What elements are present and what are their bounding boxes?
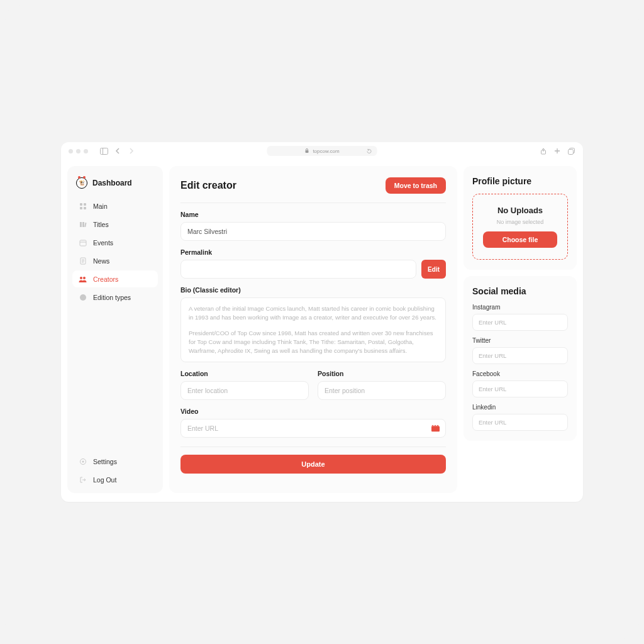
sidebar-item-news[interactable]: News <box>72 252 158 269</box>
bio-paragraph-2: President/COO of Top Cow since 1998, Mat… <box>189 329 438 356</box>
nav-forward-icon[interactable] <box>127 147 136 155</box>
gear-icon <box>79 457 87 465</box>
svg-rect-7 <box>84 203 86 206</box>
sidebar-nav: Main Titles Events News <box>72 197 158 306</box>
share-icon[interactable] <box>539 147 548 155</box>
sidebar-item-label: Edition types <box>93 294 131 301</box>
profile-picture-title: Profile picture <box>472 176 568 186</box>
position-input[interactable] <box>318 381 446 400</box>
sidebar-bottom: Settings Log Out <box>72 453 158 488</box>
name-label: Name <box>180 211 446 218</box>
move-to-trash-button[interactable]: Move to trash <box>386 177 446 194</box>
svg-rect-24 <box>431 426 440 432</box>
svg-rect-11 <box>82 222 84 227</box>
divider <box>180 447 446 447</box>
brand-row: 🐮 Dashboard <box>72 176 158 197</box>
svg-point-23 <box>82 460 84 462</box>
video-input[interactable] <box>180 419 446 438</box>
location-label: Location <box>180 370 309 377</box>
no-uploads-text: No Uploads <box>497 206 543 215</box>
sidebar-item-label: Creators <box>93 275 118 283</box>
svg-rect-10 <box>80 222 82 227</box>
tabs-icon[interactable] <box>567 147 575 155</box>
sidebar-item-label: Main <box>93 203 108 210</box>
svg-point-21 <box>80 294 86 301</box>
grid-icon <box>79 202 87 210</box>
browser-window: topcow.com 🐮 <box>61 142 583 502</box>
instagram-input[interactable] <box>472 314 568 331</box>
bio-editor[interactable]: A veteran of the initial Image Comics la… <box>180 297 446 362</box>
sidebar-item-settings[interactable]: Settings <box>72 453 158 470</box>
svg-point-19 <box>80 277 82 279</box>
permalink-input[interactable] <box>180 260 416 279</box>
facebook-input[interactable] <box>472 380 568 397</box>
sidebar-item-titles[interactable]: Titles <box>72 216 158 233</box>
svg-rect-6 <box>80 203 82 206</box>
permalink-label: Permalink <box>180 248 446 256</box>
twitter-input[interactable] <box>472 347 568 364</box>
new-tab-icon[interactable] <box>553 147 562 155</box>
traffic-lights <box>69 149 88 153</box>
brand-title: Dashboard <box>92 179 132 187</box>
sidebar-item-label: Log Out <box>93 476 116 484</box>
bio-paragraph-1: A veteran of the initial Image Comics la… <box>189 304 438 323</box>
sidebar-item-label: Settings <box>93 458 117 465</box>
facebook-label: Facebook <box>472 370 568 377</box>
permalink-edit-button[interactable]: Edit <box>421 260 446 279</box>
instagram-label: Instagram <box>472 304 568 311</box>
outer-frame: topcow.com 🐮 <box>5 5 639 639</box>
books-icon <box>79 220 87 228</box>
sidebar-toggle-icon[interactable] <box>99 147 108 155</box>
svg-rect-8 <box>80 207 82 209</box>
page-title: Edit creator <box>180 180 236 191</box>
traffic-light-max[interactable] <box>84 149 88 153</box>
linkedin-input[interactable] <box>472 414 568 431</box>
users-icon <box>79 275 87 283</box>
bio-label: Bio (Classic editor) <box>180 286 446 294</box>
svg-rect-0 <box>100 148 108 154</box>
video-icon <box>431 425 440 432</box>
choose-file-button[interactable]: Choose file <box>483 231 557 248</box>
nav-back-icon[interactable] <box>113 147 122 155</box>
traffic-light-close[interactable] <box>69 149 73 153</box>
sidebar-item-label: Titles <box>93 221 109 228</box>
svg-rect-13 <box>80 240 86 246</box>
sidebar-item-main[interactable]: Main <box>72 197 158 214</box>
sidebar-item-logout[interactable]: Log Out <box>72 471 158 488</box>
twitter-label: Twitter <box>472 337 568 344</box>
url-bar[interactable]: topcow.com <box>267 146 377 156</box>
location-input[interactable] <box>180 381 309 400</box>
name-input[interactable] <box>180 222 446 241</box>
social-media-card: Social media Instagram Twitter Facebook <box>464 276 577 441</box>
video-label: Video <box>180 408 446 415</box>
refresh-icon[interactable] <box>365 147 374 155</box>
svg-rect-5 <box>568 149 573 154</box>
profile-picture-card: Profile picture No Uploads No image sele… <box>464 166 577 270</box>
position-label: Position <box>318 370 446 377</box>
browser-titlebar: topcow.com <box>61 142 583 160</box>
sidebar: 🐮 Dashboard Main Titles Events <box>67 166 163 493</box>
sidebar-item-events[interactable]: Events <box>72 234 158 251</box>
upload-zone[interactable]: No Uploads No image selected Choose file <box>472 194 568 260</box>
right-column: Profile picture No Uploads No image sele… <box>464 166 577 493</box>
lock-icon <box>304 148 309 153</box>
svg-point-20 <box>83 277 86 279</box>
sidebar-item-edition-types[interactable]: Edition types <box>72 289 158 306</box>
traffic-light-min[interactable] <box>76 149 80 153</box>
svg-rect-9 <box>84 207 86 209</box>
update-button[interactable]: Update <box>180 455 446 474</box>
star-icon <box>79 293 87 301</box>
sidebar-item-label: Events <box>93 239 113 247</box>
no-image-text: No image selected <box>497 219 544 225</box>
sidebar-item-label: News <box>93 257 109 265</box>
url-text: topcow.com <box>313 148 339 154</box>
main-header: Edit creator Move to trash <box>180 177 446 203</box>
calendar-icon <box>79 238 87 247</box>
svg-rect-12 <box>84 222 86 226</box>
sidebar-item-creators[interactable]: Creators <box>72 270 158 287</box>
app-content: 🐮 Dashboard Main Titles Events <box>61 160 583 502</box>
main-panel: Edit creator Move to trash Name Permalin… <box>169 166 457 493</box>
document-icon <box>79 257 87 265</box>
linkedin-label: Linkedin <box>472 404 568 411</box>
logout-icon <box>79 475 87 484</box>
